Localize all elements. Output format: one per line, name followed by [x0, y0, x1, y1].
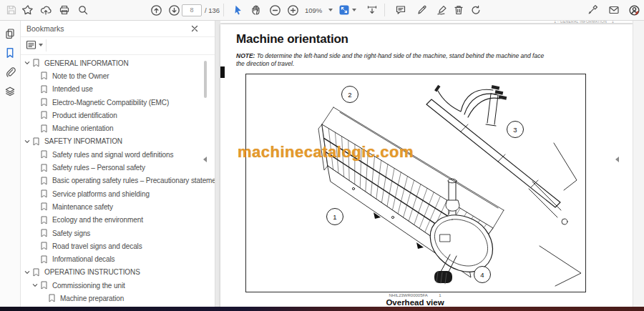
- save-icon[interactable]: [4, 2, 19, 18]
- delete-icon[interactable]: [451, 2, 467, 18]
- bookmarks-panel-title: Bookmarks: [26, 24, 64, 33]
- bookmark-item[interactable]: Machine orientation: [20, 122, 215, 134]
- bookmark-item-label: Ecology and the environment: [52, 216, 143, 224]
- close-icon[interactable]: [190, 24, 199, 33]
- bookmark-item[interactable]: Intended use: [20, 83, 215, 96]
- bookmarks-panel: Bookmarks GENERAL INFORMATIONNote to the…: [20, 20, 215, 311]
- chevron-down-icon[interactable]: [24, 270, 30, 275]
- chevron-down-icon[interactable]: [32, 282, 38, 288]
- page-title: Machine orientation: [236, 32, 348, 46]
- bookmark-item-label: SAFETY INFORMATION: [44, 137, 122, 145]
- pdf-viewer-window: 8 / 136 109%: [0, 0, 644, 311]
- callout-3: 3: [513, 126, 517, 134]
- chevron-spacer: [32, 87, 38, 92]
- signature-icon[interactable]: [434, 2, 450, 18]
- bookmark-icon: [41, 202, 47, 211]
- bookmark-icon: [41, 229, 47, 237]
- esign-icon[interactable]: [585, 2, 600, 18]
- bookmarks-tree: GENERAL INFORMATIONNote to the OwnerInte…: [20, 56, 215, 305]
- pdf-page: Machine orientation NOTE: To determine t…: [220, 24, 633, 311]
- bookmark-item-label: Machine preparation: [60, 295, 124, 302]
- bookmark-icon: [41, 111, 47, 119]
- nav-previous-icon[interactable]: [615, 157, 619, 162]
- bookmark-icon: [33, 268, 39, 277]
- collapse-panel-icon[interactable]: [203, 157, 207, 162]
- bookmark-icon: [41, 98, 47, 107]
- bookmark-item[interactable]: Maintenance safety: [20, 200, 215, 213]
- bookmark-item[interactable]: Basic operating safety rules – Precautio…: [20, 174, 215, 187]
- page-total-label: / 136: [205, 6, 220, 14]
- zoom-out-icon[interactable]: [267, 2, 283, 18]
- bookmark-item-label: Commissioning the unit: [52, 282, 125, 290]
- bookmark-icon: [41, 216, 47, 224]
- page-number-input[interactable]: 8: [182, 4, 202, 16]
- zoom-level-caret-icon[interactable]: [328, 9, 333, 11]
- chevron-spacer: [40, 295, 46, 301]
- print-icon[interactable]: [57, 2, 72, 18]
- section-edge-tab: [220, 66, 225, 78]
- bookmark-icon: [41, 281, 47, 290]
- select-tool-icon[interactable]: [230, 2, 246, 18]
- chevron-down-icon[interactable]: [24, 60, 30, 66]
- toolbar-separator: [223, 4, 224, 16]
- page-up-icon[interactable]: [148, 2, 164, 18]
- zoom-in-icon[interactable]: [285, 2, 301, 18]
- bookmark-item[interactable]: Safety rules and signal word definitions: [20, 148, 215, 161]
- note-label: NOTE:: [236, 52, 255, 59]
- bookmark-item[interactable]: Safety signs: [20, 227, 215, 240]
- account-icon[interactable]: [626, 2, 642, 18]
- viewer-scrollbar-track[interactable]: [633, 20, 644, 311]
- chevron-spacer: [32, 165, 38, 171]
- bookmark-icon: [33, 137, 39, 146]
- hand-tool-icon[interactable]: [248, 2, 264, 18]
- document-viewer: 1 - GENERAL INFORMATION 1 Machine orient…: [215, 20, 644, 311]
- bookmark-item[interactable]: SAFETY INFORMATION: [20, 135, 215, 148]
- bookmark-item[interactable]: Electro-Magnetic Compatibility (EMC): [20, 96, 215, 109]
- zoom-level-value[interactable]: 109%: [305, 6, 322, 14]
- bookmark-icon: [41, 177, 47, 185]
- bookmark-icon: [41, 150, 47, 159]
- chevron-down-icon[interactable]: [24, 139, 30, 144]
- mail-icon[interactable]: [606, 2, 622, 18]
- bookmark-item[interactable]: Road travel signs and decals: [20, 240, 215, 252]
- chevron-spacer: [32, 230, 38, 236]
- bookmark-icon: [41, 189, 47, 198]
- fit-page-icon[interactable]: [336, 2, 352, 18]
- share-upload-icon[interactable]: [38, 2, 54, 18]
- star-icon[interactable]: [20, 2, 36, 18]
- bookmark-icon: [41, 164, 47, 172]
- attachments-icon[interactable]: [4, 66, 16, 79]
- bookmark-icon: [33, 59, 39, 67]
- bookmark-item[interactable]: Informational decals: [20, 252, 215, 265]
- page-thumbnails-icon[interactable]: [4, 27, 16, 40]
- note-paragraph: NOTE: To determine the left-hand side an…: [236, 52, 552, 68]
- chevron-spacer: [32, 243, 38, 249]
- pencil-icon[interactable]: [414, 2, 430, 18]
- bookmark-item[interactable]: Service platforms and shielding: [20, 187, 215, 200]
- bookmark-item-label: Safety signs: [52, 229, 90, 237]
- bookmark-item[interactable]: Note to the Owner: [20, 69, 215, 82]
- bookmark-item[interactable]: Machine preparation: [20, 292, 215, 305]
- panel-toolbar-separator: [46, 39, 47, 51]
- bookmark-item[interactable]: Commissioning the unit: [20, 279, 215, 292]
- fit-width-icon[interactable]: [364, 2, 380, 18]
- watermark: machinecatalogic.com: [238, 143, 414, 162]
- search-icon[interactable]: [75, 2, 91, 18]
- bookmark-item-label: OPERATING INSTRUCTIONS: [44, 268, 140, 276]
- note-text: To determine the left-hand side and the …: [236, 52, 544, 67]
- figure-index: 1: [439, 293, 441, 297]
- bookmarks-panel-header: Bookmarks: [20, 20, 215, 37]
- rotate-icon[interactable]: [468, 2, 484, 18]
- layers-icon[interactable]: [4, 85, 16, 98]
- bookmarks-panel-icon[interactable]: [4, 46, 16, 59]
- panel-scrollbar-thumb[interactable]: [204, 61, 207, 98]
- bookmark-item[interactable]: GENERAL INFORMATION: [20, 56, 215, 69]
- bookmark-item[interactable]: Safety rules – Personal safety: [20, 161, 215, 174]
- bookmark-options-icon[interactable]: [26, 40, 43, 50]
- bookmark-item[interactable]: Ecology and the environment: [20, 214, 215, 227]
- bookmark-item[interactable]: OPERATING INSTRUCTIONS: [20, 266, 215, 279]
- fit-page-caret-icon[interactable]: [352, 9, 356, 11]
- comment-icon[interactable]: [393, 2, 409, 18]
- bookmark-item[interactable]: Product identification: [20, 109, 215, 122]
- page-down-icon[interactable]: [166, 2, 182, 18]
